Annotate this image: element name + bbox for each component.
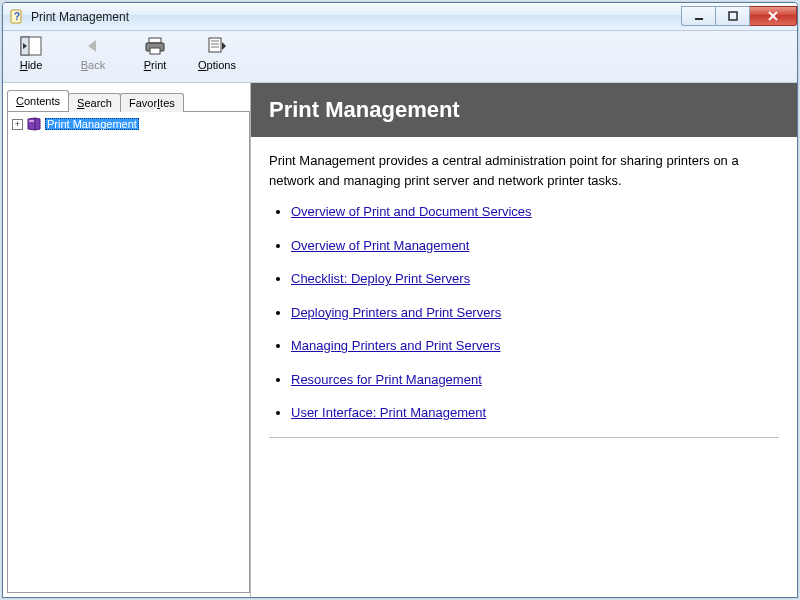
navigation-pane: Contents Search FavorItes + Print Manage… <box>3 83 251 597</box>
contents-tree[interactable]: + Print Management <box>7 111 250 593</box>
list-item: User Interface: Print Management <box>291 403 779 423</box>
content-body: Print Management provides a central admi… <box>251 137 797 452</box>
topic-link[interactable]: Resources for Print Management <box>291 372 482 387</box>
back-button: Back <box>71 35 115 71</box>
hide-button-label: Hide <box>20 59 43 71</box>
list-item: Overview of Print Management <box>291 236 779 256</box>
content-pane[interactable]: Print Management Print Management provid… <box>251 83 797 597</box>
options-icon <box>205 35 229 57</box>
svg-rect-8 <box>150 48 160 54</box>
svg-rect-2 <box>695 18 703 20</box>
separator <box>269 437 779 438</box>
topic-link[interactable]: Deploying Printers and Print Servers <box>291 305 501 320</box>
expand-toggle-icon[interactable]: + <box>12 119 23 130</box>
window-controls <box>681 6 797 26</box>
list-item: Deploying Printers and Print Servers <box>291 303 779 323</box>
tab-contents[interactable]: Contents <box>7 90 69 111</box>
titlebar[interactable]: ? Print Management <box>3 3 797 31</box>
list-item: Overview of Print and Document Services <box>291 202 779 222</box>
svg-rect-3 <box>729 12 737 20</box>
body-area: Contents Search FavorItes + Print Manage… <box>3 83 797 597</box>
maximize-button[interactable] <box>715 6 749 26</box>
nav-tabs: Contents Search FavorItes <box>7 87 250 111</box>
minimize-button[interactable] <box>681 6 715 26</box>
close-button[interactable] <box>749 6 797 26</box>
list-item: Resources for Print Management <box>291 370 779 390</box>
hide-nav-icon <box>19 35 43 57</box>
svg-text:?: ? <box>14 11 20 22</box>
print-button[interactable]: Print <box>133 35 177 71</box>
topic-link-list: Overview of Print and Document Services … <box>269 202 779 423</box>
topic-link[interactable]: Overview of Print and Document Services <box>291 204 532 219</box>
intro-paragraph: Print Management provides a central admi… <box>269 151 779 190</box>
page-title: Print Management <box>251 83 797 137</box>
help-window: ? Print Management <box>2 2 798 598</box>
options-button[interactable]: Options <box>195 35 239 71</box>
svg-rect-6 <box>149 38 161 43</box>
print-button-label: Print <box>144 59 167 71</box>
help-app-icon: ? <box>9 9 25 25</box>
printer-icon <box>143 35 167 57</box>
options-button-label: Options <box>198 59 236 71</box>
toolbar: Hide Back Print <box>3 31 797 83</box>
topic-link[interactable]: User Interface: Print Management <box>291 405 486 420</box>
tree-root-row[interactable]: + Print Management <box>12 116 245 132</box>
list-item: Checklist: Deploy Print Servers <box>291 269 779 289</box>
topic-link[interactable]: Overview of Print Management <box>291 238 469 253</box>
back-button-label: Back <box>81 59 105 71</box>
tab-favorites[interactable]: FavorItes <box>120 93 184 112</box>
svg-rect-9 <box>209 38 221 52</box>
window-title: Print Management <box>31 10 129 24</box>
back-arrow-icon <box>81 35 105 57</box>
list-item: Managing Printers and Print Servers <box>291 336 779 356</box>
topic-link[interactable]: Checklist: Deploy Print Servers <box>291 271 470 286</box>
closed-book-icon <box>26 117 42 131</box>
topic-link[interactable]: Managing Printers and Print Servers <box>291 338 501 353</box>
svg-rect-13 <box>29 120 34 122</box>
tree-root-label[interactable]: Print Management <box>45 118 139 130</box>
tab-search[interactable]: Search <box>68 93 121 112</box>
hide-button[interactable]: Hide <box>9 35 53 71</box>
